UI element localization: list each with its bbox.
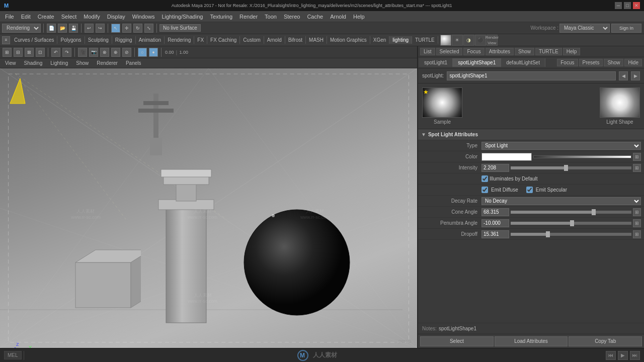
- shelf-tab-polygons[interactable]: Polygons: [57, 36, 85, 44]
- ae-attributes-btn[interactable]: Attributes: [486, 48, 514, 55]
- vp-tb-3[interactable]: ⊠: [25, 48, 34, 57]
- ae-turtle-btn[interactable]: TURTLE: [535, 48, 562, 55]
- dropoff-expand-btn[interactable]: ⊞: [633, 230, 641, 238]
- emit-specular-label[interactable]: Emit Specular: [536, 187, 567, 193]
- rotate-tool-btn[interactable]: ↻: [133, 24, 142, 33]
- ae-presets-btn[interactable]: Presets: [579, 59, 603, 66]
- vp-camera-4[interactable]: ⊕: [111, 48, 120, 57]
- ae-show-action-btn[interactable]: Show: [604, 59, 623, 66]
- cone-angle-handle[interactable]: [592, 209, 596, 215]
- node-tab-defaultlightset[interactable]: defaultLightSet: [501, 58, 545, 67]
- shelf-tab-rigging[interactable]: Rigging: [112, 36, 136, 44]
- move-tool-btn[interactable]: ✛: [122, 24, 131, 33]
- ae-focus-btn[interactable]: Focus: [463, 48, 484, 55]
- ae-selected-btn[interactable]: Selected: [436, 48, 463, 55]
- node-tab-spotlight1[interactable]: spotLight1: [419, 58, 453, 67]
- cone-angle-slider[interactable]: [511, 211, 631, 214]
- vp-menu-renderer[interactable]: Renderer: [95, 59, 120, 67]
- new-file-btn[interactable]: 📄: [47, 24, 56, 33]
- shelf-tab-sculpting[interactable]: Sculpting: [85, 36, 112, 44]
- vp-tb-4[interactable]: ⊡: [36, 48, 45, 57]
- node-tab-spotlightshape1[interactable]: spotLightShape1: [453, 58, 501, 67]
- playback-ff-btn[interactable]: ⏭: [630, 351, 640, 360]
- shelf-tab-animation[interactable]: Animation: [136, 36, 165, 44]
- menu-arnold[interactable]: Arnold: [327, 13, 349, 21]
- cone-expand-btn[interactable]: ⊞: [633, 208, 641, 216]
- vp-tb-5[interactable]: ↶: [51, 48, 60, 57]
- scale-tool-btn[interactable]: ⤡: [144, 24, 153, 33]
- open-file-btn[interactable]: 📂: [58, 24, 67, 33]
- decay-dropdown[interactable]: No Decay: [481, 197, 641, 205]
- close-button[interactable]: ✕: [633, 2, 640, 9]
- shelf-icon-light1[interactable]: ☀: [452, 35, 463, 46]
- menu-cache[interactable]: Cache: [304, 13, 326, 21]
- spotlight-icon-btn-2[interactable]: ▶: [631, 71, 640, 80]
- shelf-tab-bifrost[interactable]: Bifrost: [285, 36, 306, 44]
- menu-windows[interactable]: Windows: [129, 13, 158, 21]
- dropoff-input[interactable]: [481, 230, 509, 238]
- cone-angle-input[interactable]: [481, 208, 509, 216]
- vp-tb-2[interactable]: ⊟: [14, 48, 23, 57]
- illuminates-checkbox[interactable]: [481, 175, 488, 182]
- minimize-button[interactable]: ─: [615, 2, 622, 9]
- color-expand-btn[interactable]: ⊞: [633, 153, 641, 161]
- viewport-canvas[interactable]: X Y Z: [0, 68, 417, 348]
- shelf-icon-light2[interactable]: ◑: [463, 35, 474, 46]
- save-btn[interactable]: 💾: [69, 24, 78, 33]
- menu-edit[interactable]: Edit: [18, 13, 34, 21]
- shelf-icon-sphere[interactable]: [440, 35, 451, 46]
- menu-stereo[interactable]: Stereo: [281, 13, 303, 21]
- redo-btn[interactable]: ↪: [96, 24, 105, 33]
- vp-camera-5[interactable]: ⊘: [122, 48, 131, 57]
- penumbra-slider[interactable]: [511, 222, 631, 225]
- menu-render[interactable]: Render: [236, 13, 261, 21]
- shelf-icon-light3[interactable]: ⚫: [475, 35, 486, 46]
- vp-menu-show[interactable]: Show: [74, 59, 91, 67]
- shelf-tab-xgen[interactable]: XGen: [370, 36, 390, 44]
- no-live-surface-btn[interactable]: No live Surface: [159, 24, 201, 32]
- intensity-input[interactable]: [481, 164, 509, 172]
- maximize-button[interactable]: □: [624, 2, 631, 9]
- vp-menu-lighting[interactable]: Lighting: [48, 59, 70, 67]
- ae-focus-action-btn[interactable]: Focus: [557, 59, 578, 66]
- menu-modify[interactable]: Modify: [80, 13, 103, 21]
- menu-lighting-shading[interactable]: Lighting/Shading: [158, 13, 206, 21]
- color-swatch[interactable]: [481, 153, 532, 161]
- ae-list-btn[interactable]: List: [420, 48, 435, 55]
- menu-toon[interactable]: Toon: [262, 13, 280, 21]
- undo-btn[interactable]: ↩: [85, 24, 94, 33]
- menu-file[interactable]: File: [2, 13, 17, 21]
- shelf-tab-arnold[interactable]: Arnold: [264, 36, 285, 44]
- lightshape-preview-img[interactable]: [600, 87, 640, 118]
- vp-menu-view[interactable]: View: [3, 59, 18, 67]
- shelf-tab-fx[interactable]: FX: [194, 36, 207, 44]
- select-tool-btn[interactable]: ↖: [111, 24, 120, 33]
- ae-show-btn[interactable]: Show: [515, 48, 534, 55]
- copy-tab-button[interactable]: Copy Tab: [569, 336, 642, 346]
- vp-menu-panels[interactable]: Panels: [124, 59, 143, 67]
- intensity-slider-handle[interactable]: [564, 165, 568, 171]
- shelf-tab-mash[interactable]: MASH: [306, 36, 327, 44]
- menu-display[interactable]: Display: [104, 13, 128, 21]
- penumbra-input[interactable]: [481, 219, 509, 227]
- shelf-tab-lighting[interactable]: lighting: [389, 36, 412, 44]
- dropoff-handle[interactable]: [546, 231, 550, 237]
- ae-hide-btn[interactable]: Hide: [624, 59, 642, 66]
- vp-camera-2[interactable]: 📷: [89, 48, 98, 57]
- sample-preview-img[interactable]: ★: [422, 87, 462, 118]
- shelf-tab-rendering[interactable]: Rendering: [165, 36, 194, 44]
- mode-dropdown[interactable]: Rendering: [2, 24, 41, 33]
- workspace-dropdown[interactable]: Maya Classic: [559, 24, 610, 33]
- shelf-icon-render[interactable]: RenderView: [487, 35, 498, 46]
- emit-diffuse-label[interactable]: Emit Diffuse: [491, 187, 518, 193]
- shelf-settings-btn[interactable]: ≡: [2, 36, 10, 44]
- shelf-tab-motiongraphics[interactable]: Motion Graphics: [327, 36, 370, 44]
- load-attributes-button[interactable]: Load Attributes: [495, 336, 568, 346]
- vp-menu-shading[interactable]: Shading: [22, 59, 45, 67]
- ae-help-btn[interactable]: Help: [563, 48, 581, 55]
- type-dropdown[interactable]: Spot Light: [481, 142, 641, 150]
- vp-camera-3[interactable]: ⊗: [100, 48, 109, 57]
- menu-help[interactable]: Help: [350, 13, 368, 21]
- shelf-tab-turtle[interactable]: TURTLE: [412, 36, 438, 44]
- spotlight-name-input[interactable]: [447, 71, 616, 80]
